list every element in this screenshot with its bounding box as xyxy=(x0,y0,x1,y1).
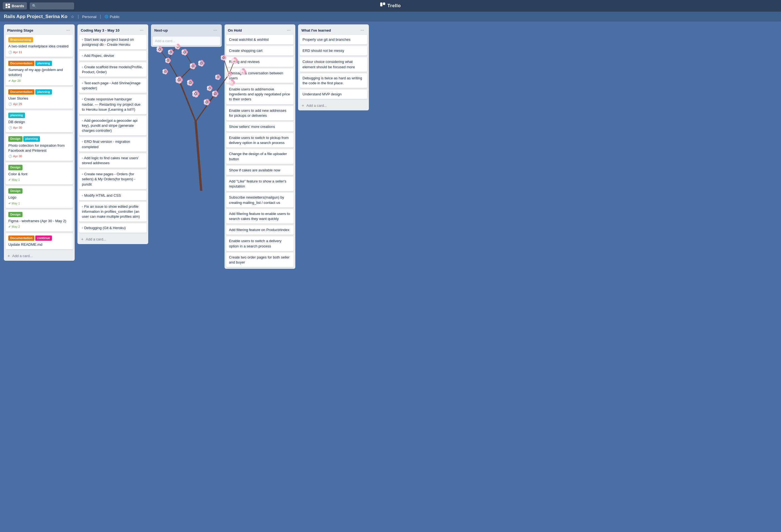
svg-rect-3 xyxy=(6,7,7,8)
add-card-input-nextup[interactable]: Add a card... xyxy=(153,37,220,45)
card-oh1[interactable]: Creat watchlist & wishlist xyxy=(226,35,294,44)
card-c4[interactable]: planningDB design🕐 Apr 30 xyxy=(6,110,73,132)
label-design: Design xyxy=(8,136,23,141)
card-text-cod10: ◦ Modify HTML and CSS xyxy=(82,193,144,198)
card-cod7[interactable]: ◦ ERD final version - migration complete… xyxy=(79,137,147,151)
svg-point-128 xyxy=(192,90,196,94)
svg-point-103 xyxy=(198,63,201,66)
card-cod12[interactable]: ◦ Debugging (Git & Heroku) xyxy=(79,223,147,233)
card-text-oh5: Enable users to add/remove ingredients a… xyxy=(229,87,291,102)
card-text-c6: Color & font xyxy=(8,172,70,177)
card-oh9[interactable]: Change the design of a file uploader but… xyxy=(226,149,294,164)
trello-logo-text: Trello xyxy=(387,3,401,9)
search-input[interactable] xyxy=(30,2,74,9)
column-menu-button-planning[interactable]: ··· xyxy=(65,27,71,33)
add-card-button-learned[interactable]: ＋ Add a card... xyxy=(298,101,369,110)
card-oh11[interactable]: Add "Like" feature to show a seller's re… xyxy=(226,177,294,191)
add-card-button-coding[interactable]: ＋ Add a card... xyxy=(77,234,148,244)
trello-logo: Trello xyxy=(380,2,401,9)
card-labels-c5: Designplanning xyxy=(8,136,70,141)
card-cod1[interactable]: ◦ Start keki app project based on postgr… xyxy=(79,35,147,49)
board-canvas: Planning Stage···BrainstormingA two-side… xyxy=(0,21,781,532)
column-planning: Planning Stage···BrainstormingA two-side… xyxy=(4,25,75,261)
column-menu-button-nextup[interactable]: ··· xyxy=(212,27,218,33)
card-c3[interactable]: DocumentationplanningUser Stories🕐 Apr 2… xyxy=(6,87,73,109)
card-cod6[interactable]: ◦ Add geocoder(got a geocoder api key), … xyxy=(79,116,147,136)
card-text-oh2: Create shopping cart xyxy=(229,48,291,53)
badge-icon: 🕐 xyxy=(8,102,12,106)
card-c6[interactable]: DesignColor & font✔ May 1 xyxy=(6,163,73,184)
card-oh12[interactable]: Subscribe newsletters(mailgun) by creati… xyxy=(226,193,294,207)
card-oh15[interactable]: Enable users to switch a delivery option… xyxy=(226,236,294,251)
card-oh6[interactable]: Enable users to add new addresses for pi… xyxy=(226,106,294,120)
card-text-cod2: ◦ Add Rspec, devise xyxy=(82,53,144,58)
card-labels-c3: Documentationplanning xyxy=(8,89,70,95)
card-cod2[interactable]: ◦ Add Rspec, devise xyxy=(79,51,147,60)
svg-point-97 xyxy=(162,71,165,74)
svg-point-36 xyxy=(167,61,170,64)
card-text-cod6: ◦ Add geocoder(got a geocoder api key), … xyxy=(82,118,144,133)
card-oh7[interactable]: Show sellers' more creations xyxy=(226,122,294,131)
column-title-planning: Planning Stage xyxy=(7,28,33,33)
svg-point-82 xyxy=(190,82,191,84)
svg-point-133 xyxy=(203,101,207,105)
badge-icon: 🕐 xyxy=(8,154,12,159)
card-text-cod8: ◦ Add logic to find cakes near users' st… xyxy=(82,156,144,166)
add-card-label-learned: Add a card... xyxy=(306,103,327,107)
card-badge-c6: ✔ May 1 xyxy=(8,178,20,182)
card-cod8[interactable]: ◦ Add logic to find cakes near users' st… xyxy=(79,153,147,168)
card-l1[interactable]: Properly use git and branches xyxy=(300,35,367,44)
column-menu-button-learned[interactable]: ··· xyxy=(359,27,366,33)
card-c5[interactable]: DesignplanningPhoto collection for inspi… xyxy=(6,134,73,161)
card-oh14[interactable]: Add filtering feature on Product#index xyxy=(226,225,294,235)
card-c7[interactable]: DesignLogo✔ May 1 xyxy=(6,186,73,208)
card-oh13[interactable]: Add filtering feature to enable users to… xyxy=(226,209,294,224)
card-oh5[interactable]: Enable users to add/remove ingredients a… xyxy=(226,85,294,104)
card-c1[interactable]: BrainstormingA two-sided marketplace ide… xyxy=(6,35,73,57)
boards-button[interactable]: Boards xyxy=(3,2,27,9)
svg-point-126 xyxy=(194,94,198,98)
svg-point-79 xyxy=(187,82,190,86)
card-l5[interactable]: Understand MVP design xyxy=(300,90,367,99)
card-text-oh7: Show sellers' more creations xyxy=(229,124,291,129)
card-c9[interactable]: DocumentationcontinueUpdate README.md xyxy=(6,233,73,250)
svg-line-13 xyxy=(168,47,176,60)
card-l3[interactable]: Colour choice considering what element s… xyxy=(300,57,367,72)
card-l2[interactable]: ERD should not be messy xyxy=(300,46,367,55)
badge-text: Apr 29 xyxy=(13,102,22,106)
card-cod10[interactable]: ◦ Modify HTML and CSS xyxy=(79,191,147,200)
svg-point-104 xyxy=(198,60,201,64)
card-cod9[interactable]: ◦ Create new pages - Orders (for sellers… xyxy=(79,170,147,189)
svg-point-102 xyxy=(200,64,204,67)
svg-point-46 xyxy=(192,65,194,67)
card-c8[interactable]: DesignFigma - wireframes (Apr 30 - May 2… xyxy=(6,210,73,232)
add-card-button-planning[interactable]: ＋ Add a card... xyxy=(4,251,75,261)
card-oh2[interactable]: Create shopping cart xyxy=(226,46,294,55)
board-title: Rails App Project_Serina Ko xyxy=(4,14,68,19)
svg-rect-0 xyxy=(6,4,7,6)
card-cod4[interactable]: ◦ Test each page ◦ Add Shrine(image uplo… xyxy=(79,79,147,93)
card-oh10[interactable]: Show if cakes are available now xyxy=(226,166,294,175)
svg-point-22 xyxy=(159,49,160,50)
column-menu-button-coding[interactable]: ··· xyxy=(138,27,145,33)
card-cod5[interactable]: ◦ Create responsive hamburger navbar. --… xyxy=(79,95,147,114)
card-oh3[interactable]: Rating and reviews xyxy=(226,57,294,66)
svg-point-120 xyxy=(217,78,220,80)
star-icon[interactable]: ☆ xyxy=(71,14,74,19)
card-c2[interactable]: DocumentationplanningSummary of my app (… xyxy=(6,58,73,85)
label-documentation: Documentation xyxy=(8,89,34,95)
card-l4[interactable]: Debugging is twice as hard as writing th… xyxy=(300,74,367,88)
board-icon xyxy=(6,4,10,8)
svg-line-9 xyxy=(168,60,179,80)
card-cod11[interactable]: ◦ Fix an issue to show edited profile in… xyxy=(79,202,147,222)
card-oh16[interactable]: Create two order pages for both seller a… xyxy=(226,253,294,267)
card-text-l4: Debugging is twice as hard as writing th… xyxy=(302,76,364,86)
svg-point-50 xyxy=(175,76,179,80)
card-oh8[interactable]: Enable users to switch to pickup from de… xyxy=(226,133,294,147)
divider2: | xyxy=(99,14,101,19)
card-text-c7: Logo xyxy=(8,195,70,200)
card-cod3[interactable]: ◦ Create scaffold three models(Profile, … xyxy=(79,62,147,77)
column-menu-button-onhold[interactable]: ··· xyxy=(286,27,292,33)
card-oh4[interactable]: Message & conversation between users xyxy=(226,69,294,83)
plus-icon: ＋ xyxy=(301,103,305,108)
